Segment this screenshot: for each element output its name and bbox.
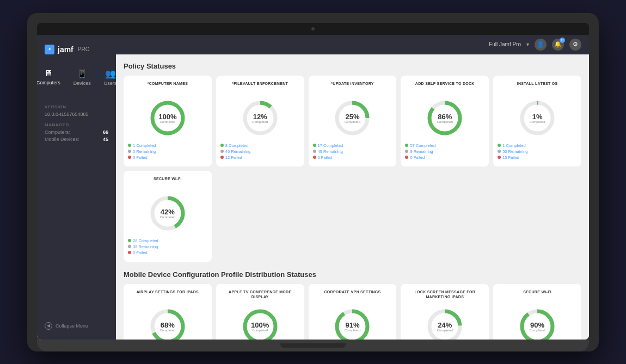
devices-label: Devices — [73, 81, 91, 86]
card-stats: 1 Completed50 Remaining15 Failed — [498, 143, 577, 161]
donut-sublabel: Completed — [530, 120, 545, 123]
stat-dot-red — [220, 156, 224, 159]
stat-text[interactable]: 15 Failed — [502, 155, 519, 160]
sidebar-item-computers[interactable]: 🖥 Computers — [37, 65, 66, 89]
mobile-section-title: Mobile Device Configuration Profile Dist… — [124, 270, 581, 279]
stat-text[interactable]: 1 Completed — [502, 143, 526, 148]
card-title: *UPDATE INVENTORY — [331, 81, 373, 93]
devices-icon: 📱 — [77, 69, 88, 79]
stat-text[interactable]: 38 Remaining — [133, 244, 158, 249]
donut-sublabel: Completed — [159, 215, 175, 218]
stat-text[interactable]: 28 Completed — [133, 238, 158, 243]
mobile-key: Mobile Devices: — [45, 137, 79, 142]
computers-icon: 🖥 — [44, 69, 53, 78]
card-title: LOCK SCREEN MESSAGE FOR MARKETING IPADS — [405, 289, 484, 301]
donut-percent: 91% — [345, 321, 360, 328]
policy-card: CORPORATE VPN SETTINGS91%Completed41 Com… — [309, 284, 397, 340]
card-title: SECURE WI-FI — [523, 289, 551, 301]
version-value: 10.0.0-t1507654885 — [45, 112, 108, 117]
policy-card: ADD SELF SERVICE TO DOCK86%Completed57 C… — [401, 76, 489, 166]
donut-percent: 100% — [158, 113, 176, 120]
stat-text[interactable]: 0 Failed — [410, 155, 425, 160]
laptop-frame: jamf PRO 🖥 Computers 📱 Devices 👥 Users — [27, 13, 599, 351]
computers-num: 66 — [103, 129, 108, 135]
policy-card: SECURE WI-FI90%Completed40 Completed4 Re… — [493, 284, 581, 340]
notification-badge-count: 11 — [560, 38, 565, 43]
laptop-notch — [280, 343, 346, 348]
managed-label: MANAGED — [45, 122, 108, 127]
mobile-cards-grid: AIRPLAY SETTINGS FOR IPADS68%Completed31… — [124, 284, 581, 340]
donut-chart: 1%Completed — [518, 98, 557, 138]
stat-dot-gray — [128, 150, 131, 153]
stat-text[interactable]: 49 Remaining — [318, 149, 343, 154]
stat-text[interactable]: 9 Remaining — [410, 149, 433, 154]
sidebar-info: VERSION 10.0.0-t1507654885 MANAGED Compu… — [37, 100, 116, 148]
policy-card: AIRPLAY SETTINGS FOR IPADS68%Completed31… — [124, 284, 212, 340]
camera-dot — [311, 27, 315, 30]
donut-percent: 86% — [437, 113, 453, 120]
stat-dot-green — [128, 239, 131, 242]
policy-card: *COMPUTER NAMES100%Completed1 Completed0… — [124, 76, 212, 166]
donut-percent: 1% — [530, 113, 545, 120]
computers-row: Computers: 66 — [45, 129, 108, 135]
stat-row: 50 Remaining — [498, 149, 577, 154]
donut-sublabel: Completed — [345, 120, 360, 123]
policy-card: *FILEVAULT ENFORCEMENT12%Completed8 Comp… — [216, 76, 304, 166]
laptop-content: jamf PRO 🖥 Computers 📱 Devices 👥 Users — [37, 35, 589, 340]
stat-text[interactable]: 46 Remaining — [225, 149, 250, 154]
policy-card: *UPDATE INVENTORY25%Completed17 Complete… — [309, 76, 397, 166]
policy-section-title: Policy Statuses — [124, 62, 581, 70]
stat-dot-green — [313, 144, 316, 147]
stat-row: 0 Remaining — [128, 149, 207, 154]
stat-text[interactable]: 8 Completed — [225, 143, 249, 148]
donut-percent: 12% — [252, 113, 268, 120]
card-stats: 17 Completed49 Remaining0 Failed — [313, 143, 392, 161]
stat-dot-red — [313, 156, 316, 159]
stat-row: 9 Remaining — [405, 149, 484, 154]
laptop-screen: jamf PRO 🖥 Computers 📱 Devices 👥 Users — [37, 23, 589, 340]
stat-text[interactable]: 50 Remaining — [502, 149, 527, 154]
mobile-row: Mobile Devices: 45 — [45, 137, 108, 142]
stat-row: 1 Completed — [498, 143, 577, 148]
users-icon: 👥 — [105, 69, 116, 79]
donut-sublabel: Completed — [158, 120, 176, 123]
stat-row: 46 Remaining — [220, 149, 300, 154]
dropdown-arrow[interactable]: ▾ — [526, 41, 529, 47]
stat-text[interactable]: 0 Failed — [133, 250, 148, 255]
notification-bell[interactable]: 🔔 11 — [552, 39, 564, 51]
stat-text[interactable]: 0 Failed — [133, 155, 148, 160]
collapse-label: Collapse Menu — [56, 323, 88, 329]
donut-percent: 100% — [251, 321, 269, 328]
card-title: *FILEVAULT ENFORCEMENT — [232, 81, 288, 93]
stat-row: 49 Remaining — [313, 149, 392, 154]
stat-text[interactable]: 12 Failed — [225, 155, 242, 160]
sidebar-item-devices[interactable]: 📱 Devices — [68, 65, 96, 89]
settings-icon-button[interactable]: ⚙ — [569, 39, 581, 51]
stat-text[interactable]: 57 Completed — [410, 143, 435, 148]
card-stats: 57 Completed9 Remaining0 Failed — [405, 143, 484, 161]
stat-dot-red — [128, 251, 131, 254]
donut-sublabel: Completed — [159, 328, 175, 331]
card-title: *COMPUTER NAMES — [148, 81, 188, 93]
stat-dot-green — [128, 144, 131, 147]
donut-chart: 24%Completed — [425, 307, 464, 340]
donut-percent: 24% — [437, 321, 453, 328]
stat-row: 28 Completed — [128, 238, 207, 243]
donut-chart: 42%Completed — [148, 194, 187, 233]
user-icon-button[interactable]: 👤 — [535, 39, 547, 51]
donut-chart: 86%Completed — [425, 98, 464, 138]
stat-text[interactable]: 1 Completed — [133, 143, 156, 148]
stat-row: 38 Remaining — [128, 244, 207, 249]
card-stats: 28 Completed38 Remaining0 Failed — [128, 238, 207, 256]
collapse-menu-button[interactable]: ◀ Collapse Menu — [37, 318, 116, 334]
stat-row: 1 Completed — [128, 143, 207, 148]
stat-row: 17 Completed — [313, 143, 392, 148]
donut-sublabel: Completed — [437, 120, 453, 123]
stat-dot-green — [220, 144, 224, 147]
laptop-base — [37, 340, 589, 351]
camera-bar — [37, 23, 589, 35]
stat-text[interactable]: 17 Completed — [318, 143, 343, 148]
stat-text[interactable]: 0 Failed — [318, 155, 333, 160]
stat-text[interactable]: 0 Remaining — [133, 149, 156, 154]
top-bar-label: Full Jamf Pro — [489, 41, 521, 47]
